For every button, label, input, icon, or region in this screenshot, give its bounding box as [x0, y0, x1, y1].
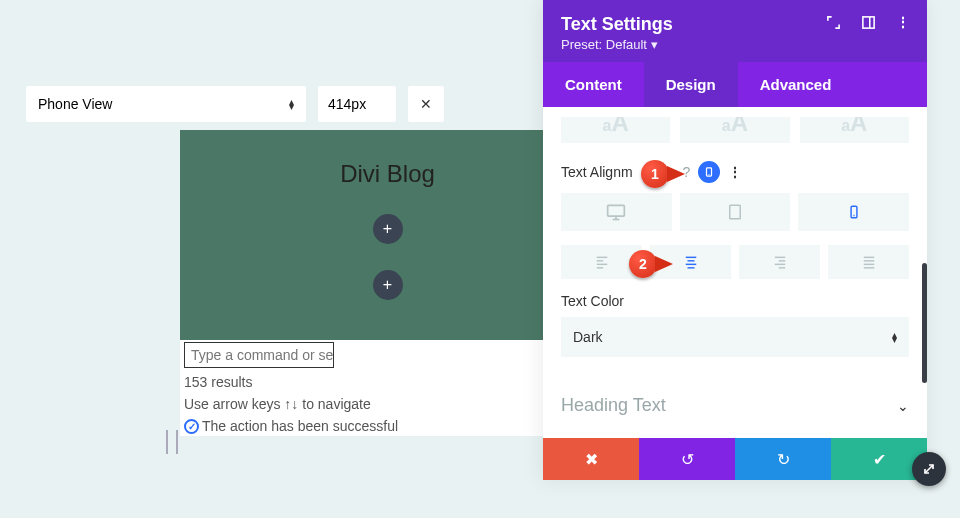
success-message: ✓ The action has been successful	[180, 416, 595, 436]
text-shadow-options: aA aA aA	[561, 117, 909, 143]
align-right[interactable]	[739, 245, 820, 279]
responsive-width-value: 414px	[328, 96, 366, 112]
device-phone[interactable]	[798, 193, 909, 231]
undo-button[interactable]: ↺	[639, 438, 735, 480]
scrollbar[interactable]	[922, 263, 927, 383]
close-icon: ✖	[585, 450, 598, 469]
align-justify[interactable]	[828, 245, 909, 279]
text-color-select[interactable]: Dark ▴▾	[561, 317, 909, 357]
chevron-down-icon: ▾	[647, 37, 658, 52]
preview-pane: Divi Blog + + Type a command or search 1…	[180, 130, 595, 436]
expand-icon[interactable]	[826, 15, 841, 30]
redo-button[interactable]: ↻	[735, 438, 831, 480]
preview-hero: Divi Blog + +	[180, 130, 595, 340]
text-alignment-label-row: Text Alignm ? ⋮	[561, 161, 909, 183]
snap-icon[interactable]	[861, 15, 876, 30]
preview-title: Divi Blog	[340, 160, 435, 188]
svg-rect-7	[730, 205, 741, 219]
responsive-phone-badge[interactable]	[698, 161, 720, 183]
tab-content[interactable]: Content	[543, 62, 644, 107]
tab-advanced[interactable]: Advanced	[738, 62, 854, 107]
responsive-mode-select[interactable]: Phone View ▴▾	[26, 86, 306, 122]
navigation-hint: Use arrow keys ↑↓ to navigate	[180, 394, 595, 416]
plus-icon: +	[383, 277, 392, 293]
text-align-options	[561, 245, 909, 279]
panel-body: aA aA aA Text Alignm ? ⋮	[543, 107, 927, 438]
svg-line-26	[925, 465, 933, 473]
annotation-2: 2	[629, 250, 673, 278]
command-search-input[interactable]: Type a command or search	[184, 342, 334, 368]
success-text: The action has been successful	[202, 418, 398, 434]
responsive-close-button[interactable]: ✕	[408, 86, 444, 122]
command-search-placeholder: Type a command or search	[191, 347, 334, 363]
svg-rect-4	[608, 205, 625, 216]
expand-fab[interactable]	[912, 452, 946, 486]
settings-panel: Text Settings Preset: Default ▾ ⋮ Conten…	[543, 0, 927, 480]
plus-icon: +	[383, 221, 392, 237]
redo-icon: ↻	[777, 450, 790, 469]
add-module-button[interactable]: +	[373, 214, 403, 244]
responsive-width-input[interactable]: 414px	[318, 86, 396, 122]
chevron-down-icon: ⌄	[897, 398, 909, 414]
check-icon: ✔	[873, 450, 886, 469]
device-desktop[interactable]	[561, 193, 672, 231]
heading-text-label: Heading Text	[561, 395, 666, 416]
responsive-mode-value: Phone View	[38, 96, 112, 112]
cancel-button[interactable]: ✖	[543, 438, 639, 480]
results-count: 153 results	[180, 372, 595, 394]
device-tablet[interactable]	[680, 193, 791, 231]
undo-icon: ↺	[681, 450, 694, 469]
select-caret-icon: ▴▾	[289, 98, 294, 111]
shadow-preview-icon: aA	[841, 117, 867, 137]
check-circle-icon: ✓	[184, 419, 199, 434]
text-alignment-label: Text Alignm	[561, 164, 633, 180]
heading-text-section[interactable]: Heading Text ⌄	[561, 387, 909, 424]
more-icon[interactable]: ⋮	[896, 14, 909, 30]
tab-design[interactable]: Design	[644, 62, 738, 107]
shadow-preview-icon: aA	[722, 117, 748, 137]
panel-preset[interactable]: Preset: Default ▾	[561, 37, 673, 52]
text-color-label: Text Color	[561, 293, 909, 309]
option-more-icon[interactable]: ⋮	[728, 164, 741, 180]
svg-rect-0	[863, 16, 874, 27]
annotation-1: 1	[641, 160, 685, 188]
text-color-value: Dark	[573, 329, 603, 345]
panel-tabs: Content Design Advanced	[543, 62, 927, 107]
responsive-toolbar: Phone View ▴▾ 414px ✕	[26, 86, 444, 122]
add-module-button-2[interactable]: +	[373, 270, 403, 300]
panel-header: Text Settings Preset: Default ▾ ⋮	[543, 0, 927, 62]
resize-handle[interactable]	[166, 430, 178, 454]
select-caret-icon: ▴▾	[892, 331, 897, 344]
text-shadow-option[interactable]: aA	[561, 117, 670, 143]
panel-footer: ✖ ↺ ↻ ✔	[543, 438, 927, 480]
text-shadow-option[interactable]: aA	[800, 117, 909, 143]
panel-title: Text Settings	[561, 14, 673, 35]
text-shadow-option[interactable]: aA	[680, 117, 789, 143]
responsive-device-tabs	[561, 193, 909, 231]
close-icon: ✕	[420, 96, 432, 112]
shadow-preview-icon: aA	[603, 117, 629, 137]
